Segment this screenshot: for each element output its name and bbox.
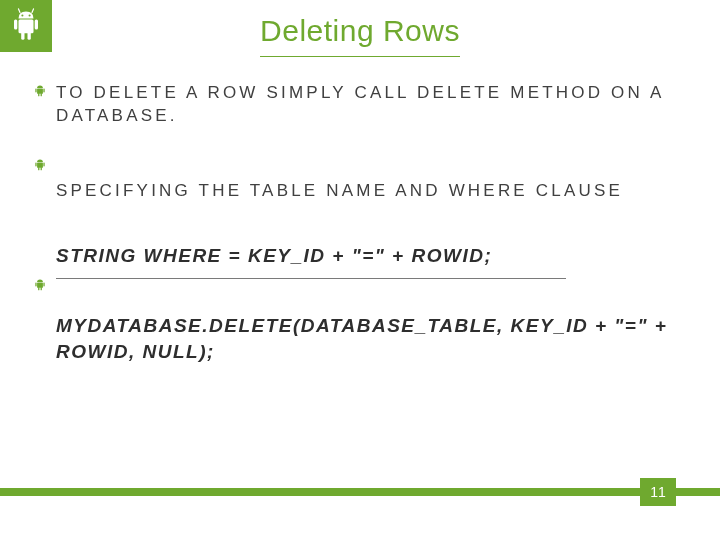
page-number-box: 11 — [640, 478, 676, 506]
svg-rect-13 — [35, 162, 36, 166]
svg-rect-7 — [37, 88, 43, 93]
svg-rect-9 — [43, 88, 44, 92]
code-text: MYDATABASE.DELETE(DATABASE_TABLE, KEY_ID… — [34, 313, 690, 364]
list-item: MYDATABASE.DELETE(DATABASE_TABLE, KEY_ID… — [34, 313, 690, 364]
empty-item — [34, 156, 690, 170]
code-text: STRING WHERE = KEY_ID + "=" + ROWID; — [34, 243, 690, 269]
list-item: TO DELETE A ROW SIMPLY CALL DELETE METHO… — [34, 82, 690, 128]
svg-rect-16 — [41, 167, 42, 170]
list-item — [34, 156, 690, 170]
svg-rect-19 — [43, 282, 44, 286]
list-item: STRING WHERE = KEY_ID + "=" + ROWID; — [34, 243, 690, 280]
svg-rect-15 — [38, 167, 39, 170]
divider — [56, 278, 566, 279]
bullet-icon — [34, 85, 46, 97]
svg-rect-11 — [41, 93, 42, 96]
svg-rect-14 — [43, 162, 44, 166]
svg-rect-18 — [35, 282, 36, 286]
bullet-icon — [34, 279, 46, 291]
item-text: SPECIFYING THE TABLE NAME AND WHERE CLAU… — [34, 180, 690, 203]
svg-rect-10 — [38, 93, 39, 96]
svg-rect-20 — [38, 287, 39, 290]
page-number: 11 — [650, 484, 666, 500]
footer-bar — [0, 488, 720, 496]
slide-title: Deleting Rows — [0, 14, 720, 48]
svg-rect-17 — [37, 282, 43, 287]
svg-rect-12 — [37, 162, 43, 167]
bullet-icon — [34, 159, 46, 171]
slide: Deleting Rows TO DELETE A ROW SIMPLY CAL… — [0, 0, 720, 540]
svg-rect-8 — [35, 88, 36, 92]
title-underline — [260, 56, 460, 57]
list-item: SPECIFYING THE TABLE NAME AND WHERE CLAU… — [34, 180, 690, 203]
item-text: TO DELETE A ROW SIMPLY CALL DELETE METHO… — [34, 82, 690, 128]
svg-rect-21 — [41, 287, 42, 290]
body-content: TO DELETE A ROW SIMPLY CALL DELETE METHO… — [34, 82, 690, 393]
